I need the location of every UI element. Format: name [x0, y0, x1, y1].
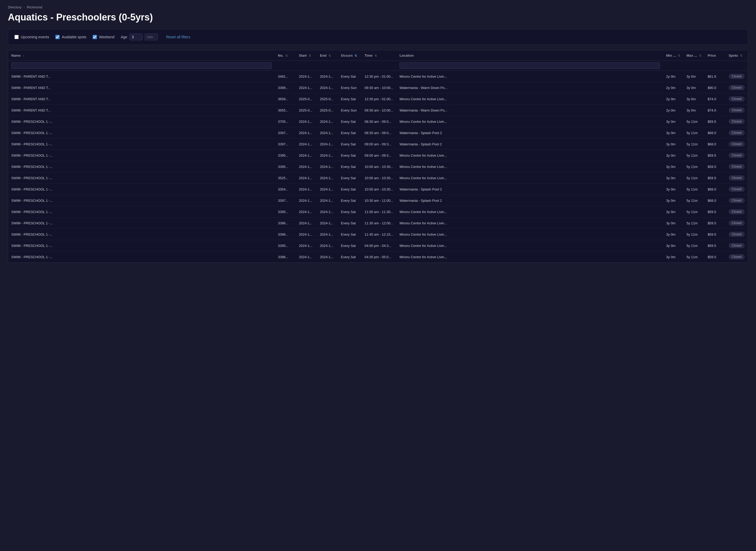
table-row[interactable]: SWIM - PRESCHOOL 1 -... 3396... 2024-1..…: [8, 251, 748, 262]
cell-occurs: Every Sat: [338, 93, 361, 105]
cell-price: $61.6: [705, 71, 726, 82]
filter-available-spots: Available spots: [55, 35, 86, 39]
cell-start: 2024-1...: [296, 251, 317, 262]
table-row[interactable]: SWIM - PRESCHOOL 1 -... 3396... 2024-1..…: [8, 229, 748, 240]
cell-time: 10:30 am - 11:00...: [361, 195, 396, 206]
cell-max-age: 3y 0m: [683, 71, 704, 82]
th-time-label: Time: [365, 53, 372, 57]
th-price-label: Price: [708, 53, 716, 57]
cell-price: $68.0: [705, 195, 726, 206]
cell-price: $59.5: [705, 116, 726, 127]
filter-end-cell: [317, 61, 338, 71]
th-name[interactable]: Name ↑: [8, 50, 275, 61]
cell-name: SWIM - PRESCHOOL 1 -...: [8, 206, 275, 217]
upcoming-events-checkbox[interactable]: [14, 35, 19, 39]
table-row[interactable]: SWIM - PRESCHOOL 1 -... 3395... 2024-1..…: [8, 161, 748, 172]
th-no-label: No.: [278, 53, 284, 57]
cell-end: 2024-1...: [317, 150, 338, 161]
table-row[interactable]: SWIM - PRESCHOOL 1 -... 3397... 2024-1..…: [8, 127, 748, 138]
table-row[interactable]: SWIM - PARENT AND T... 3481... 2024-1...…: [8, 71, 748, 82]
table-row[interactable]: SWIM - PARENT AND T... 3399... 2024-1...…: [8, 82, 748, 93]
table-row[interactable]: SWIM - PRESCHOOL 1 -... 3395... 2024-1..…: [8, 150, 748, 161]
table-row[interactable]: SWIM - PARENT AND T... 3655... 2025-0...…: [8, 105, 748, 116]
cell-no: 3397...: [275, 127, 296, 138]
breadcrumb-directory[interactable]: Directory: [8, 5, 22, 9]
table-container: Name ↑ No. ⇅ Start ⇅ End ⇅ Occurs ⇅: [8, 50, 748, 263]
cell-min-age: 3y 0m: [663, 116, 683, 127]
th-occurs[interactable]: Occurs ⇅: [338, 50, 361, 61]
cell-location: Minoru Centre for Active Livin...: [396, 251, 663, 262]
cell-end: 2024-1...: [317, 229, 338, 240]
available-spots-checkbox[interactable]: [55, 35, 60, 39]
table-row[interactable]: SWIM - PRESCHOOL 1 -... 3397... 2024-1..…: [8, 138, 748, 150]
table-row[interactable]: SWIM - PRESCHOOL 1 -... 3525... 2024-1..…: [8, 172, 748, 184]
th-max-age[interactable]: Max ... ⇅: [683, 50, 704, 61]
th-no[interactable]: No. ⇅: [275, 50, 296, 61]
weekend-label[interactable]: Weekend: [99, 35, 114, 39]
cell-name: SWIM - PRESCHOOL 1 -...: [8, 229, 275, 240]
cell-time: 10:00 am - 10:30...: [361, 184, 396, 195]
breadcrumb: Directory › Richmond: [8, 5, 748, 9]
cell-time: 11:45 am - 12:15...: [361, 229, 396, 240]
cell-no: 3396...: [275, 217, 296, 229]
cell-max-age: 5y 11m: [683, 116, 704, 127]
weekend-checkbox[interactable]: [93, 35, 97, 39]
table-row[interactable]: SWIM - PARENT AND T... 3659... 2025-0...…: [8, 93, 748, 105]
cell-price: $74.0: [705, 105, 726, 116]
age-label: Age: [121, 35, 127, 39]
cell-start: 2024-1...: [296, 161, 317, 172]
cell-spots: Closed: [726, 229, 748, 240]
table-filter-row: [8, 61, 748, 71]
th-max-label: Max ...: [686, 53, 697, 57]
cell-price: $59.5: [705, 150, 726, 161]
cell-price: $59.5: [705, 206, 726, 217]
th-time[interactable]: Time ⇅: [361, 50, 396, 61]
cell-spots: Closed: [726, 251, 748, 262]
cell-occurs: Every Sat: [338, 217, 361, 229]
cell-end: 2024-1...: [317, 251, 338, 262]
th-min-label: Min ...: [666, 53, 676, 57]
filter-weekend: Weekend: [93, 35, 114, 39]
cell-location: Minoru Centre for Active Livin...: [396, 172, 663, 184]
cell-name: SWIM - PARENT AND T...: [8, 82, 275, 93]
th-price: Price: [705, 50, 726, 61]
th-min-age[interactable]: Min ... ⇅: [663, 50, 683, 61]
th-start[interactable]: Start ⇅: [296, 50, 317, 61]
filter-location-input[interactable]: [400, 62, 660, 69]
cell-min-age: 2y 0m: [663, 105, 683, 116]
cell-end: 2024-1...: [317, 127, 338, 138]
cell-price: $59.5: [705, 172, 726, 184]
cell-start: 2024-1...: [296, 206, 317, 217]
cell-name: SWIM - PRESCHOOL 1 -...: [8, 251, 275, 262]
cell-location: Minoru Centre for Active Livin...: [396, 71, 663, 82]
status-badge: Closed: [729, 220, 745, 226]
th-end[interactable]: End ⇅: [317, 50, 338, 61]
cell-no: 3395...: [275, 150, 296, 161]
cell-occurs: Every Sat: [338, 138, 361, 150]
table-row[interactable]: SWIM - PRESCHOOL 1 -... 3397... 2024-1..…: [8, 195, 748, 206]
cell-start: 2024-1...: [296, 184, 317, 195]
mm-input[interactable]: [145, 34, 158, 40]
cell-name: SWIM - PRESCHOOL 1 -...: [8, 172, 275, 184]
available-spots-label[interactable]: Available spots: [62, 35, 86, 39]
status-badge: Closed: [729, 153, 745, 158]
table-row[interactable]: SWIM - PRESCHOOL 1 -... 3705... 2024-1..…: [8, 116, 748, 127]
status-badge: Closed: [729, 85, 745, 90]
age-input[interactable]: [129, 34, 142, 40]
cell-occurs: Every Sat: [338, 240, 361, 251]
table-row[interactable]: SWIM - PRESCHOOL 1 -... 3396... 2024-1..…: [8, 217, 748, 229]
cell-occurs: Every Sat: [338, 206, 361, 217]
reset-filters-link[interactable]: Reset all filters: [166, 35, 190, 39]
cell-max-age: 5y 11m: [683, 138, 704, 150]
cell-start: 2024-1...: [296, 150, 317, 161]
table-row[interactable]: SWIM - PRESCHOOL 1 -... 3354... 2024-1..…: [8, 184, 748, 195]
status-badge: Closed: [729, 130, 745, 135]
filter-name-input[interactable]: [11, 62, 272, 69]
upcoming-events-label[interactable]: Upcoming events: [21, 35, 49, 39]
th-spots[interactable]: Spots ⇅: [726, 50, 748, 61]
table-row[interactable]: SWIM - PRESCHOOL 1 -... 3395... 2024-1..…: [8, 206, 748, 217]
cell-max-age: 3y 0m: [683, 82, 704, 93]
status-badge: Closed: [729, 254, 745, 259]
table-row[interactable]: SWIM - PRESCHOOL 1 -... 3395... 2024-1..…: [8, 240, 748, 251]
filter-start-cell: [296, 61, 317, 71]
